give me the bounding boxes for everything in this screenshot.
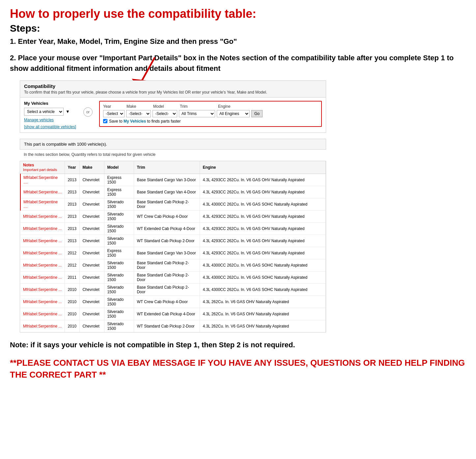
cell-notes: Mfrlabel:Serpentine .... — [20, 198, 65, 210]
cell-model: Silverado 1500 — [104, 320, 134, 332]
ymm-labels-row: Year Make Model Trim Engine — [103, 104, 318, 109]
cell-make: Chevrolet — [80, 222, 104, 235]
go-button[interactable]: Go — [251, 110, 263, 117]
cell-model: Express 1500 — [104, 174, 134, 186]
cell-trim: Base Standard Cargo Van 3-Door — [134, 174, 200, 186]
compat-title: Compatibility — [24, 83, 322, 89]
cell-make: Chevrolet — [80, 271, 104, 283]
cell-make: Chevrolet — [80, 198, 104, 210]
main-title: How to properly use the compatibility ta… — [10, 7, 466, 21]
compatibility-table: Notes Important part details Year Make M… — [20, 161, 326, 332]
contact-text: **PLEASE CONTACT US VIA EBAY MESSAGE IF … — [10, 357, 466, 381]
cell-model: Silverado 1500 — [104, 259, 134, 271]
cell-engine: 4.3L 4300CC 262Cu. In. V6 GAS SOHC Natur… — [200, 259, 326, 271]
compat-header: Compatibility To confirm that this part … — [20, 81, 326, 98]
compat-info-bar: This part is compatible with 1000 vehicl… — [20, 139, 326, 150]
cell-trim: Base Standard Cab Pickup 2-Door — [134, 283, 200, 296]
cell-notes: Mfrlabel:Serpentine .... — [20, 174, 65, 186]
cell-model: Silverado 1500 — [104, 296, 134, 308]
table-row: Mfrlabel:Serpentine .... 2013 Chevrolet … — [20, 174, 326, 186]
table-row: Mfrlabel:Serpentine ... 2012 Chevrolet S… — [20, 259, 326, 271]
cell-year: 2013 — [65, 186, 80, 198]
cell-trim: Base Standard Cargo Van 3-Door — [134, 247, 200, 259]
cell-year: 2012 — [65, 259, 80, 271]
table-row: Mfrlabel:Serpentine ... 2010 Chevrolet S… — [20, 320, 326, 332]
step2-text: 2. Place your mouse over "Important Part… — [10, 53, 466, 74]
cell-year: 2010 — [65, 308, 80, 320]
cell-notes: Mfrlabel:Serpentine ... — [20, 320, 65, 332]
make-select[interactable]: -Select- — [126, 110, 151, 117]
or-divider: or — [83, 107, 93, 117]
save-vehicles-checkbox[interactable] — [103, 119, 107, 123]
cell-engine: 4.3L 262Cu. In. V6 GAS OHV Naturally Asp… — [200, 308, 326, 320]
vehicle-select-row: Select a vehicle ▼ — [24, 108, 77, 116]
th-trim: Trim — [134, 161, 200, 174]
cell-make: Chevrolet — [80, 174, 104, 186]
cell-engine: 4.3L 262Cu. In. V6 GAS OHV Naturally Asp… — [200, 320, 326, 332]
cell-engine: 4.3L 4300CC 262Cu. In. V6 GAS SOHC Natur… — [200, 198, 326, 210]
th-notes-sub: Important part details — [23, 168, 57, 172]
cell-trim: Base Standard Cab Pickup 2-Door — [134, 259, 200, 271]
table-row: Mfrlabel:Serpentine ... 2010 Chevrolet S… — [20, 283, 326, 296]
compat-table-wrapper: Notes Important part details Year Make M… — [20, 161, 326, 332]
cell-model: Silverado 1500 — [104, 222, 134, 235]
compat-subtitle: To confirm that this part fits your vehi… — [24, 90, 322, 95]
cell-make: Chevrolet — [80, 283, 104, 296]
compatibility-box: Compatibility To confirm that this part … — [20, 80, 326, 133]
cell-model: Silverado 1500 — [104, 308, 134, 320]
cell-trim: WT Extended Cab Pickup 4-Door — [134, 308, 200, 320]
cell-trim: WT Crew Cab Pickup 4-Door — [134, 210, 200, 222]
cell-trim: WT Crew Cab Pickup 4-Door — [134, 296, 200, 308]
dropdown-arrow-icon: ▼ — [66, 109, 70, 114]
year-select[interactable]: -Select- — [103, 110, 125, 117]
cell-year: 2013 — [65, 235, 80, 247]
cell-trim: Base Standard Cab Pickup 2-Door — [134, 271, 200, 283]
diagram-wrapper: Compatibility To confirm that this part … — [13, 80, 333, 332]
cell-year: 2013 — [65, 222, 80, 235]
my-vehicles-section: My Vehicles Select a vehicle ▼ Manage ve… — [24, 101, 77, 129]
cell-engine: 4.3L 4300CC 262Cu. In. V6 GAS SOHC Natur… — [200, 283, 326, 296]
table-row: Mfrlabel:Serpentine.... 2013 Chevrolet E… — [20, 186, 326, 198]
show-all-link[interactable]: [show all compatible vehicles] — [24, 125, 76, 129]
table-body: Mfrlabel:Serpentine .... 2013 Chevrolet … — [20, 174, 326, 332]
cell-year: 2013 — [65, 174, 80, 186]
cell-notes: Mfrlabel:Serpentine ... — [20, 308, 65, 320]
cell-make: Chevrolet — [80, 186, 104, 198]
save-vehicles-label: Save to My Vehicles to finds parts faste… — [109, 119, 181, 124]
cell-engine: 4.3L 262Cu. In. V6 GAS OHV Naturally Asp… — [200, 296, 326, 308]
cell-model: Silverado 1500 — [104, 210, 134, 222]
model-label: Model — [153, 104, 178, 109]
cell-year: 2011 — [65, 271, 80, 283]
ymm-form-section: Year Make Model Trim Engine -Select- -Se… — [99, 101, 322, 127]
table-row: Mfrlabel:Serpentine .... 2013 Chevrolet … — [20, 198, 326, 210]
model-select[interactable]: -Select- — [153, 110, 177, 117]
cell-make: Chevrolet — [80, 259, 104, 271]
cell-notes: Mfrlabel:Serpentine.... — [20, 186, 65, 198]
table-row: Mfrlabel:Serpentine ... 2010 Chevrolet S… — [20, 308, 326, 320]
cell-trim: Base Standard Cab Pickup 2-Door — [134, 198, 200, 210]
th-notes: Notes Important part details — [20, 161, 65, 174]
cell-make: Chevrolet — [80, 320, 104, 332]
cell-year: 2013 — [65, 198, 80, 210]
table-row: Mfrlabel:Serpentine ... 2013 Chevrolet S… — [20, 235, 326, 247]
cell-year: 2013 — [65, 210, 80, 222]
save-vehicles-row: Save to My Vehicles to finds parts faste… — [103, 119, 318, 124]
vehicle-select-dropdown[interactable]: Select a vehicle — [24, 108, 64, 116]
table-row: Mfrlabel:Serpentine ... 2013 Chevrolet S… — [20, 222, 326, 235]
cell-year: 2010 — [65, 320, 80, 332]
cell-notes: Mfrlabel:Serpentine ... — [20, 296, 65, 308]
engine-label: Engine — [218, 104, 251, 109]
cell-engine: 4.3L 4293CC 262Cu. In. V6 GAS OHV Natura… — [200, 186, 326, 198]
cell-engine: 4.3L 4293CC 262Cu. In. V6 GAS OHV Natura… — [200, 210, 326, 222]
cell-model: Silverado 1500 — [104, 283, 134, 296]
cell-engine: 4.3L 4293CC 262Cu. In. V6 GAS OHV Natura… — [200, 174, 326, 186]
cell-engine: 4.3L 4293CC 262Cu. In. V6 GAS OHV Natura… — [200, 222, 326, 235]
my-vehicles-title: My Vehicles — [24, 101, 77, 106]
cell-engine: 4.3L 4293CC 262Cu. In. V6 GAS OHV Natura… — [200, 247, 326, 259]
engine-select[interactable]: All Engines — [217, 110, 250, 117]
table-row: Mfrlabel:Serpentine ... 2011 Chevrolet S… — [20, 271, 326, 283]
table-row: Mfrlabel:Serpentine ... 2012 Chevrolet E… — [20, 247, 326, 259]
trim-select[interactable]: All Trims — [179, 110, 215, 117]
manage-vehicles-link[interactable]: Manage vehicles — [24, 118, 77, 122]
cell-notes: Mfrlabel:Serpentine ... — [20, 210, 65, 222]
